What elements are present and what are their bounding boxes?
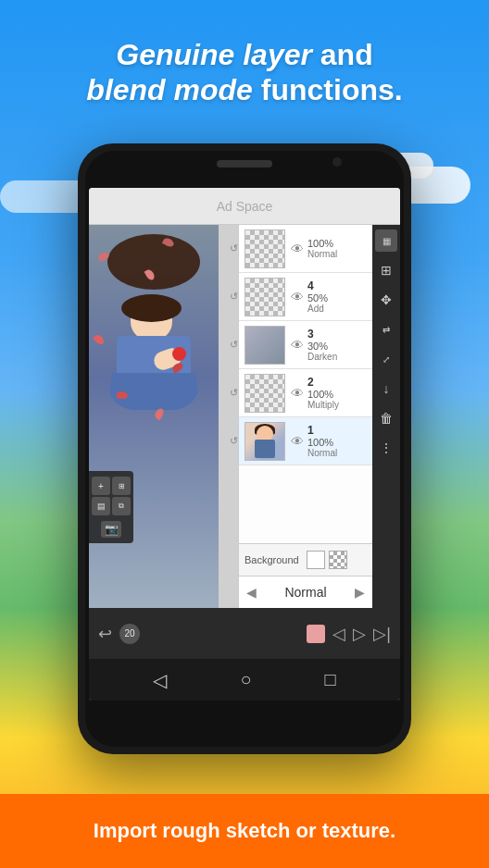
count-badge: 20: [119, 624, 140, 644]
bottom-cta-text: Import rough sketch or texture.: [75, 819, 414, 843]
bg-swatch-checkered[interactable]: [329, 551, 347, 569]
layer-scroll-arrow: ↺: [230, 387, 238, 399]
layer-thumbnail: [244, 422, 285, 461]
home-button[interactable]: ○: [240, 669, 251, 690]
import-tools-row: ▤ ⧉: [92, 497, 131, 515]
background-label: Background: [244, 554, 299, 565]
add-tools-row: + ⊞: [92, 477, 131, 495]
layers-button[interactable]: ⧉: [112, 497, 131, 515]
layer-scroll-arrow: ↺: [230, 291, 238, 303]
flip-icon[interactable]: ⇄: [375, 318, 397, 341]
color-swatch-pink[interactable]: [307, 625, 325, 643]
delete-icon[interactable]: 🗑: [375, 407, 397, 429]
blend-left-arrow[interactable]: ◀: [246, 585, 257, 600]
phone-speaker: [217, 160, 272, 167]
ad-space: Ad Space: [89, 188, 400, 225]
blend-mode-bar[interactable]: ◀ Normal ▶: [239, 576, 372, 608]
layer-visibility-icon[interactable]: 👁: [291, 242, 304, 256]
layer-thumbnail: [244, 326, 285, 365]
add-layer-button[interactable]: +: [92, 477, 110, 495]
recent-button[interactable]: □: [324, 669, 335, 690]
merge-button[interactable]: ⊞: [112, 477, 131, 495]
layer-mini-artwork: [245, 423, 284, 460]
ad-space-label: Ad Space: [217, 199, 273, 214]
background-layer[interactable]: Background: [239, 543, 372, 576]
phone-toolbar: ↩ 20 ◁ ▷ ▷| ◁ ○ □: [89, 608, 400, 701]
blend-mode-label: Normal: [260, 585, 351, 600]
phone-inner: Ad Space: [85, 151, 404, 747]
mini-body: [255, 440, 275, 458]
layer-thumbnail: [244, 229, 285, 268]
layer-visibility-icon[interactable]: 👁: [291, 386, 304, 401]
layer-thumbnail: [244, 374, 285, 413]
layer-scroll-arrow: ↺: [230, 435, 238, 447]
camera-button[interactable]: 📷: [101, 521, 121, 538]
layer-scroll-arrow: ↺: [230, 242, 238, 254]
canvas-artwork: [89, 225, 219, 608]
bg-swatch-white[interactable]: [307, 551, 325, 569]
transform-icon[interactable]: ⤢: [375, 348, 397, 370]
import-button[interactable]: ▤: [92, 497, 110, 515]
layer-scroll-arrow: ↺: [230, 339, 238, 351]
download-icon[interactable]: ↓: [375, 378, 397, 400]
prev-arrow[interactable]: ◁: [332, 624, 345, 644]
header-text-area: Genuine layer and blend mode functions.: [0, 19, 489, 127]
canvas-area[interactable]: + ⊞ ▤ ⧉ 📷 ↺ 👁: [89, 225, 400, 608]
bottom-orange-bar: Import rough sketch or texture.: [0, 794, 489, 868]
move-icon[interactable]: ✥: [375, 289, 397, 311]
phone-camera: [332, 157, 342, 167]
last-arrow[interactable]: ▷|: [373, 624, 391, 644]
next-arrow[interactable]: ▷: [353, 624, 366, 644]
layer-visibility-icon[interactable]: 👁: [291, 290, 304, 304]
merge-down-icon[interactable]: ⊞: [375, 259, 397, 281]
toolbar-upper: ↩ 20 ◁ ▷ ▷|: [89, 608, 400, 659]
header-line1: Genuine layer and: [19, 37, 470, 72]
right-tools-panel: ▦ ⊞ ✥ ⇄ ⤢ ↓ 🗑 ⋮: [372, 225, 400, 608]
undo-button[interactable]: ↩: [98, 624, 112, 644]
phone-screen: Ad Space: [89, 188, 400, 701]
toolbar-lower: ◁ ○ □: [89, 659, 400, 701]
layer-thumbnail: [244, 278, 285, 316]
header-line2: blend mode functions.: [19, 72, 470, 107]
phone-frame: Ad Space: [78, 143, 411, 754]
more-icon[interactable]: ⋮: [375, 437, 397, 459]
layer-visibility-icon[interactable]: 👁: [291, 434, 304, 449]
checkered-icon[interactable]: ▦: [375, 229, 397, 252]
blend-right-arrow[interactable]: ▶: [355, 585, 365, 600]
layer-visibility-icon[interactable]: 👁: [291, 338, 304, 353]
back-button[interactable]: ◁: [153, 669, 167, 691]
left-tools-panel: + ⊞ ▤ ⧉ 📷: [89, 471, 133, 543]
